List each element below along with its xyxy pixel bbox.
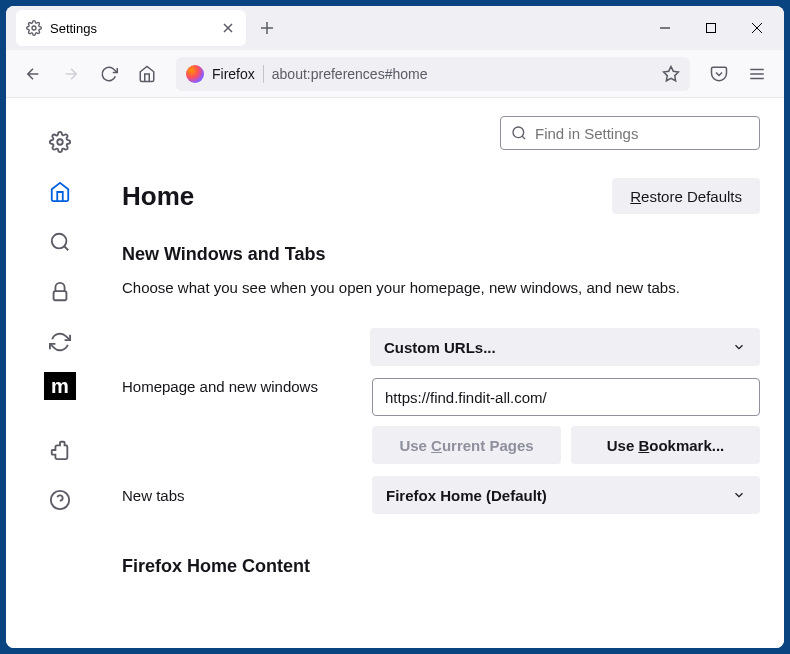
- newtabs-value: Firefox Home (Default): [386, 487, 547, 504]
- newtabs-label: New tabs: [122, 487, 362, 504]
- bookmark-star-icon[interactable]: [662, 65, 680, 83]
- sidebar-more-mozilla-icon[interactable]: m: [44, 372, 76, 400]
- browser-tab[interactable]: Settings: [16, 10, 246, 46]
- close-window-button[interactable]: [734, 6, 780, 50]
- titlebar: Settings: [6, 6, 784, 50]
- sidebar-general-icon[interactable]: [40, 122, 80, 162]
- chevron-down-icon: [732, 340, 746, 354]
- url-bar[interactable]: Firefox about:preferences#home: [176, 57, 690, 91]
- close-tab-icon[interactable]: [220, 20, 236, 36]
- sidebar-privacy-icon[interactable]: [40, 272, 80, 312]
- identity-label: Firefox: [212, 66, 255, 82]
- section-new-windows-title: New Windows and Tabs: [114, 244, 760, 265]
- svg-point-3: [57, 139, 63, 145]
- search-icon: [511, 125, 527, 141]
- homepage-mode-value: Custom URLs...: [384, 339, 496, 356]
- section-home-content-title: Firefox Home Content: [114, 556, 760, 577]
- sidebar-home-icon[interactable]: [40, 172, 80, 212]
- sidebar-sync-icon[interactable]: [40, 322, 80, 362]
- tab-label: Settings: [50, 21, 212, 36]
- svg-marker-2: [664, 66, 679, 80]
- forward-button: [54, 57, 88, 91]
- minimize-button[interactable]: [642, 6, 688, 50]
- section-new-windows-sub: Choose what you see when you open your h…: [114, 277, 760, 298]
- newtabs-select[interactable]: Firefox Home (Default): [372, 476, 760, 514]
- url-text: about:preferences#home: [272, 66, 654, 82]
- sidebar-extensions-icon[interactable]: [40, 430, 80, 470]
- find-settings-field[interactable]: [535, 125, 749, 142]
- chevron-down-icon: [732, 488, 746, 502]
- main-panel: Home Restore Defaults New Windows and Ta…: [114, 98, 784, 648]
- svg-rect-1: [707, 24, 716, 33]
- homepage-label: Homepage and new windows: [122, 378, 362, 395]
- home-button[interactable]: [130, 57, 164, 91]
- sidebar-search-icon[interactable]: [40, 222, 80, 262]
- gear-icon: [26, 20, 42, 36]
- page-title: Home: [122, 181, 194, 212]
- pocket-icon[interactable]: [702, 57, 736, 91]
- svg-rect-5: [54, 291, 67, 300]
- back-button[interactable]: [16, 57, 50, 91]
- use-current-pages-button: Use Current Pages: [372, 426, 561, 464]
- svg-point-8: [513, 127, 524, 138]
- sidebar-help-icon[interactable]: [40, 480, 80, 520]
- firefox-logo-icon: [186, 65, 204, 83]
- homepage-mode-select[interactable]: Custom URLs...: [370, 328, 760, 366]
- restore-defaults-button[interactable]: Restore Defaults: [612, 178, 760, 214]
- svg-point-0: [32, 26, 36, 30]
- window-controls: [642, 6, 780, 50]
- navbar: Firefox about:preferences#home: [6, 50, 784, 98]
- use-bookmark-button[interactable]: Use Bookmark...: [571, 426, 760, 464]
- reload-button[interactable]: [92, 57, 126, 91]
- settings-sidebar: m: [6, 98, 114, 648]
- new-tab-button[interactable]: [252, 13, 282, 43]
- svg-point-4: [52, 234, 67, 249]
- content-area: m Home Restore Defaults New Windows and …: [6, 98, 784, 648]
- menu-button[interactable]: [740, 57, 774, 91]
- maximize-button[interactable]: [688, 6, 734, 50]
- browser-window: Settings: [6, 6, 784, 648]
- find-settings-input[interactable]: [500, 116, 760, 150]
- homepage-url-input[interactable]: [372, 378, 760, 416]
